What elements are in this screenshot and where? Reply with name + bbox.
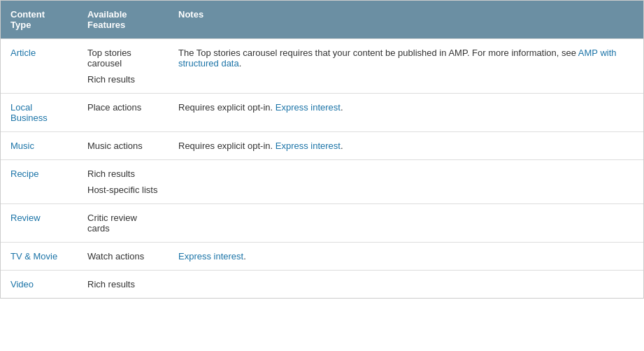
feature-item: Music actions [87,141,159,151]
cell-notes: Requires explicit opt-in. Express intere… [169,94,643,132]
cell-notes [169,160,643,204]
cell-notes [169,204,643,243]
table-row: ArticleTop stories carouselRich resultsT… [1,39,643,94]
cell-type: Video [1,271,78,299]
feature-item: Rich results [87,279,159,289]
table-row: TV & MovieWatch actionsExpress interest. [1,243,643,271]
type-link[interactable]: Local Business [10,102,48,123]
notes-text: The Top stories carousel requires that y… [178,48,578,58]
cell-features: Top stories carouselRich results [78,39,169,94]
notes-link[interactable]: Express interest [178,251,243,262]
feature-item: Host-specific lists [87,185,159,195]
cell-type: TV & Movie [1,243,78,271]
cell-features: Critic review cards [78,204,169,243]
cell-notes: The Top stories carousel requires that y… [169,39,643,94]
feature-item: Top stories carousel [87,48,159,69]
cell-features: Rich resultsHost-specific lists [78,160,169,204]
feature-item: Watch actions [87,251,159,262]
cell-type: Music [1,132,78,160]
cell-notes: Requires explicit opt-in. Express intere… [169,132,643,160]
cell-features: Rich results [78,271,169,299]
table-row: RecipeRich resultsHost-specific lists [1,160,643,204]
notes-text: Requires explicit opt-in. [178,141,276,151]
cell-notes [169,271,643,299]
type-link[interactable]: Review [10,213,41,223]
type-link[interactable]: Article [10,48,36,58]
table-header-row: Content Type Available Features Notes [1,1,643,39]
type-link[interactable]: Music [10,141,34,151]
main-table-container: Content Type Available Features Notes Ar… [0,0,644,299]
cell-notes: Express interest. [169,243,643,271]
type-link[interactable]: TV & Movie [10,251,57,262]
table-row: Local BusinessPlace actionsRequires expl… [1,94,643,132]
content-type-table: Content Type Available Features Notes Ar… [1,1,643,298]
notes-link[interactable]: Express interest [276,102,341,113]
cell-type: Review [1,204,78,243]
feature-item: Critic review cards [87,213,159,234]
cell-type: Article [1,39,78,94]
type-link[interactable]: Recipe [10,169,38,179]
table-row: VideoRich results [1,271,643,299]
feature-item: Rich results [87,74,159,85]
feature-item: Rich results [87,169,159,179]
cell-type: Local Business [1,94,78,132]
cell-type: Recipe [1,160,78,204]
cell-features: Place actions [78,94,169,132]
header-notes: Notes [169,1,643,39]
header-available-features: Available Features [78,1,169,39]
table-row: MusicMusic actionsRequires explicit opt-… [1,132,643,160]
table-row: ReviewCritic review cards [1,204,643,243]
notes-link[interactable]: Express interest [276,141,341,151]
header-content-type: Content Type [1,1,78,39]
feature-item: Place actions [87,102,159,113]
cell-features: Music actions [78,132,169,160]
notes-text: Requires explicit opt-in. [178,102,276,113]
cell-features: Watch actions [78,243,169,271]
type-link[interactable]: Video [10,279,34,289]
